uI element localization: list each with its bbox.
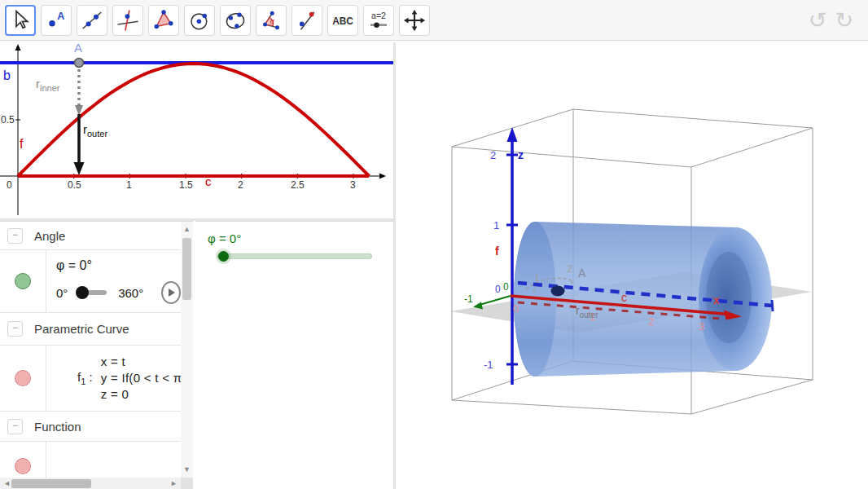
line-b-end-tick (772, 300, 773, 311)
circle-icon (187, 8, 212, 33)
line-b-label: b (3, 68, 11, 82)
scroll-down-arrow[interactable]: ▼ (181, 464, 193, 476)
collapse-function-button[interactable]: − (7, 419, 23, 434)
origin-zero-green: 0 (503, 281, 509, 293)
tool-buttons: A (5, 5, 430, 36)
ellipse-tool-button[interactable] (220, 5, 251, 36)
graphics-view-3d[interactable]: 1 2 2 1 -1 z -1 0 1 2 3 x 0 0 f c router… (396, 42, 868, 489)
toolbar: A (0, 0, 868, 41)
undo-redo-group: ↺ ↻ (809, 7, 853, 34)
angle-icon: α (259, 8, 283, 33)
axis-ticks (15, 64, 353, 178)
collapse-parametric-button[interactable]: − (7, 321, 23, 337)
x-axis-label: x (713, 293, 720, 306)
origin-zero-blue: 0 (495, 284, 501, 295)
scroll-up-arrow[interactable]: ▲ (181, 223, 193, 236)
redo-button[interactable]: ↻ (835, 7, 853, 34)
point-tool-button[interactable]: A (41, 5, 72, 36)
collapse-angle-button[interactable]: − (7, 228, 23, 244)
angle-min-label: 0° (56, 286, 68, 300)
curve-f-label-3d: f (495, 244, 499, 258)
scroll-right-arrow[interactable]: ► (168, 478, 180, 489)
horizontal-scroll-thumb[interactable] (11, 479, 91, 488)
angle-tool-button[interactable]: α (256, 5, 287, 36)
polygon-icon (151, 8, 176, 33)
reflect-icon (295, 8, 319, 33)
svg-text:2: 2 (648, 315, 654, 328)
text-icon: ABC (331, 8, 355, 33)
section-function-header: − Function (0, 412, 181, 442)
graphics-view-2[interactable]: φ = 0° (195, 221, 393, 489)
curve-f[interactable] (18, 64, 369, 176)
section-parametric-header: − Parametric Curve (0, 313, 181, 346)
x-axis-arrow (379, 174, 386, 179)
move-view-icon (402, 8, 427, 33)
play-icon (169, 289, 175, 297)
z-axis-tick-labels: 2 1 -1 (484, 149, 499, 371)
text-tool-button[interactable]: ABC (327, 5, 358, 36)
perpendicular-tool-button[interactable] (112, 5, 143, 36)
move-tool-button[interactable] (5, 5, 36, 36)
function-visibility-toggle[interactable] (15, 458, 31, 474)
algebra-vertical-scrollbar[interactable]: ▲ ▼ (181, 222, 193, 478)
graphics-view-2d[interactable]: 0 0.5 1 1.5 2 2.5 3 0.5 b c f rinner rou… (0, 42, 393, 218)
svg-text:-1: -1 (484, 359, 493, 371)
circle-tool-button[interactable] (184, 5, 215, 36)
parametric-name: f1 : (77, 370, 93, 386)
curve-f-label: f (20, 137, 24, 151)
axis-tick-labels: 0 0.5 1 1.5 2 2.5 3 0.5 (1, 114, 356, 191)
horizontal-splitter[interactable] (0, 218, 393, 221)
line-tool-button[interactable] (77, 5, 107, 36)
undo-button[interactable]: ↺ (809, 7, 827, 34)
svg-text:2: 2 (238, 179, 243, 191)
section-angle-header: − Angle (0, 222, 181, 250)
ellipse-icon (223, 8, 248, 33)
move-view-tool-button[interactable] (399, 5, 430, 36)
slider-icon: a=2 (366, 8, 391, 33)
angle-value: φ = 0° (56, 258, 181, 273)
svg-text:2: 2 (490, 149, 496, 161)
point-a-label-3d: A (578, 267, 586, 280)
angle-max-label: 360° (118, 286, 143, 300)
section-parametric-title: Parametric Curve (34, 322, 129, 336)
section-angle-title: Angle (34, 229, 65, 243)
algebra-horizontal-scrollbar[interactable]: ◄ ► (0, 478, 181, 489)
angle-mini-slider-knob[interactable] (76, 286, 89, 299)
text-tool-label: ABC (332, 15, 353, 27)
svg-text:0.5: 0.5 (68, 179, 81, 191)
cursor-icon (8, 8, 33, 33)
point-a[interactable] (75, 59, 84, 68)
angle-visibility-toggle[interactable] (15, 273, 31, 289)
point-a-3d[interactable] (551, 286, 565, 297)
play-animation-button[interactable] (161, 281, 181, 304)
svg-text:2.5: 2.5 (291, 179, 305, 191)
phi-slider-knob[interactable] (218, 251, 229, 262)
point-icon: A (44, 8, 68, 33)
r-outer-label: router (83, 122, 107, 139)
angle-mini-slider-track[interactable] (82, 290, 107, 295)
svg-text:α: α (270, 17, 275, 25)
svg-text:3: 3 (699, 320, 704, 333)
hidden-tick-2: 2 (567, 263, 572, 275)
y-axis-tick-m1: -1 (464, 293, 473, 305)
y-axis-arrow (15, 44, 21, 51)
svg-text:3: 3 (350, 179, 356, 191)
scrollbar-corner (181, 478, 193, 489)
reflect-tool-button[interactable] (292, 5, 322, 36)
svg-text:1: 1 (493, 219, 499, 231)
section-function-title: Function (34, 420, 81, 434)
z-axis-label: z (518, 148, 524, 161)
r-outer-arrowhead (74, 162, 85, 175)
slider-tool-button[interactable]: a=2 (363, 5, 394, 36)
vertical-scroll-thumb[interactable] (182, 238, 191, 300)
polygon-tool-button[interactable] (148, 5, 179, 36)
svg-text:A: A (57, 11, 64, 22)
angle-row: φ = 0° 0° 360° (0, 250, 181, 313)
slider-tool-label: a=2 (371, 11, 386, 20)
segment-c-label: c (205, 174, 212, 188)
svg-text:0: 0 (513, 302, 519, 315)
r-inner-label: rinner (36, 77, 60, 93)
phi-slider-track[interactable] (217, 253, 372, 259)
parametric-visibility-toggle[interactable] (15, 370, 31, 386)
parametric-definition: x = t y = If(0 < t < π z = 0 (101, 354, 181, 403)
